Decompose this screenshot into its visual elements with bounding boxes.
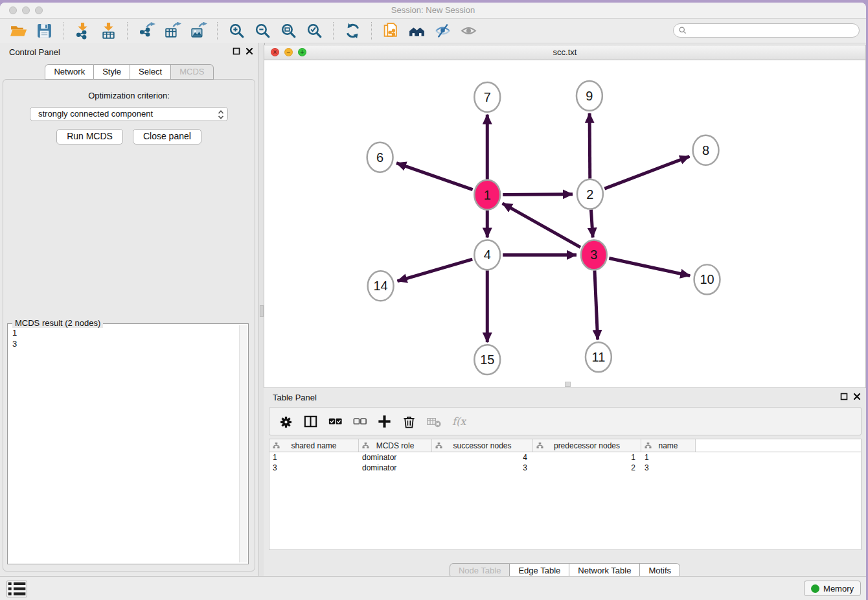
export-network-button[interactable] bbox=[137, 21, 156, 41]
edge-3-1[interactable] bbox=[503, 203, 580, 248]
app-window: Session: New Session Control Panel Netwo… bbox=[0, 3, 866, 600]
hide-selected-button[interactable] bbox=[433, 21, 452, 41]
close-panel-button[interactable]: Close panel bbox=[133, 129, 201, 144]
table-cell: 3 bbox=[269, 463, 359, 472]
import-network-button[interactable] bbox=[73, 21, 92, 41]
table-row[interactable]: 3dominator323 bbox=[269, 463, 861, 473]
clone-network-icon bbox=[382, 22, 400, 40]
search-icon bbox=[678, 26, 687, 35]
node-label-3: 3 bbox=[590, 248, 597, 262]
show-all-button[interactable] bbox=[459, 21, 478, 41]
close-panel-icon[interactable] bbox=[246, 47, 253, 55]
delete-table-icon bbox=[426, 413, 442, 430]
tab-network[interactable]: Network bbox=[45, 64, 94, 80]
column-header-successor-nodes[interactable]: successor nodes bbox=[432, 439, 533, 452]
hierarchy-icon bbox=[273, 442, 280, 449]
node-label-9: 9 bbox=[586, 89, 593, 103]
deselect-all-columns-button[interactable] bbox=[350, 411, 369, 431]
optimization-criterion-dropdown[interactable]: strongly connected component bbox=[30, 107, 228, 121]
refresh-view-button[interactable] bbox=[343, 21, 362, 41]
edge-1-2[interactable] bbox=[503, 194, 573, 195]
import-table-button[interactable] bbox=[98, 21, 118, 41]
column-header-MCDS-role[interactable]: MCDS role bbox=[359, 439, 432, 452]
zoom-window-button[interactable] bbox=[35, 6, 43, 14]
export-image-button[interactable] bbox=[188, 21, 208, 41]
minimize-window-button[interactable] bbox=[22, 6, 30, 14]
split-table-view-icon bbox=[303, 413, 319, 430]
run-mcds-button[interactable]: Run MCDS bbox=[56, 129, 123, 144]
main-toolbar bbox=[0, 19, 866, 43]
select-all-columns-icon bbox=[327, 413, 343, 430]
close-window-button[interactable] bbox=[9, 6, 17, 14]
zoom-in-button[interactable] bbox=[227, 21, 246, 41]
chevron-up-down-icon bbox=[218, 110, 224, 120]
search-box[interactable] bbox=[673, 23, 860, 38]
edge-1-6[interactable] bbox=[396, 163, 473, 190]
float-panel-icon[interactable] bbox=[840, 393, 848, 400]
delete-column-button[interactable] bbox=[399, 411, 418, 431]
export-image-icon bbox=[190, 22, 207, 40]
node-label-15: 15 bbox=[480, 352, 494, 367]
mcds-result-box: MCDS result (2 nodes) 13 bbox=[7, 323, 249, 564]
workspace: × − + scc.txt 1234678910111415 Table Pan… bbox=[264, 43, 866, 577]
table-row[interactable]: 1dominator411 bbox=[269, 452, 861, 463]
clone-network-button[interactable] bbox=[381, 21, 400, 41]
column-header-shared-name[interactable]: shared name bbox=[269, 439, 359, 452]
zoom-out-icon bbox=[254, 22, 271, 40]
export-table-button[interactable] bbox=[163, 21, 182, 41]
split-table-view-button[interactable] bbox=[301, 411, 320, 431]
zoom-in-icon bbox=[228, 22, 246, 40]
add-column-button[interactable] bbox=[374, 411, 394, 431]
first-neighbors-button[interactable] bbox=[407, 21, 426, 41]
select-all-columns-button[interactable] bbox=[325, 411, 345, 431]
zoom-fit-button[interactable] bbox=[279, 21, 298, 41]
search-input[interactable] bbox=[687, 24, 859, 37]
open-session-button[interactable] bbox=[8, 21, 28, 41]
edge-4-14[interactable] bbox=[397, 259, 472, 281]
network-close-button[interactable]: × bbox=[271, 48, 279, 56]
result-scrollbar[interactable] bbox=[239, 325, 247, 562]
float-panel-icon[interactable] bbox=[233, 47, 240, 55]
open-session-icon bbox=[10, 22, 27, 40]
mcds-result-item: 1 bbox=[12, 327, 235, 338]
close-panel-icon[interactable] bbox=[853, 393, 861, 400]
edge-2-8[interactable] bbox=[604, 156, 689, 189]
column-header-predecessor-nodes[interactable]: predecessor nodes bbox=[533, 439, 641, 452]
node-label-7: 7 bbox=[484, 90, 491, 104]
import-network-icon bbox=[74, 22, 91, 40]
table-cell: 3 bbox=[641, 463, 696, 472]
column-settings-button[interactable] bbox=[276, 411, 295, 431]
network-canvas[interactable]: 1234678910111415 bbox=[264, 60, 865, 387]
edge-3-11[interactable] bbox=[595, 270, 598, 340]
network-minimize-button[interactable]: − bbox=[284, 48, 293, 56]
edge-2-9[interactable] bbox=[589, 113, 590, 179]
node-label-11: 11 bbox=[592, 350, 606, 364]
dropdown-value: strongly connected component bbox=[38, 109, 153, 119]
deselect-all-columns-icon bbox=[352, 413, 368, 430]
task-history-button[interactable] bbox=[6, 581, 27, 597]
delete-table-button[interactable] bbox=[424, 411, 443, 431]
tab-select[interactable]: Select bbox=[130, 64, 171, 80]
export-table-icon bbox=[164, 22, 181, 40]
save-session-button[interactable] bbox=[34, 21, 54, 41]
memory-button[interactable]: Memory bbox=[804, 581, 861, 596]
edge-2-3[interactable] bbox=[591, 209, 593, 237]
zoom-out-button[interactable] bbox=[253, 21, 272, 41]
network-view-window: × − + scc.txt 1234678910111415 bbox=[264, 45, 866, 388]
table-cell: 1 bbox=[269, 453, 359, 462]
window-title: Session: New Session bbox=[0, 3, 866, 18]
column-header-name[interactable]: name bbox=[641, 439, 696, 452]
zoom-fit-icon bbox=[280, 22, 297, 40]
optimization-criterion-label: Optimization criterion: bbox=[3, 91, 255, 100]
canvas-resize-grip[interactable] bbox=[565, 382, 571, 387]
function-builder-button[interactable]: f(x) bbox=[448, 411, 468, 431]
zoom-selected-button[interactable] bbox=[304, 21, 324, 41]
hierarchy-icon bbox=[645, 442, 652, 449]
edge-3-10[interactable] bbox=[609, 258, 690, 275]
toolbar-separator bbox=[371, 22, 372, 40]
tab-style[interactable]: Style bbox=[94, 64, 130, 80]
tab-mcds[interactable]: MCDS bbox=[171, 64, 213, 80]
show-all-icon bbox=[460, 22, 477, 40]
mcds-result-item: 3 bbox=[12, 338, 235, 349]
network-zoom-button[interactable]: + bbox=[298, 48, 306, 56]
